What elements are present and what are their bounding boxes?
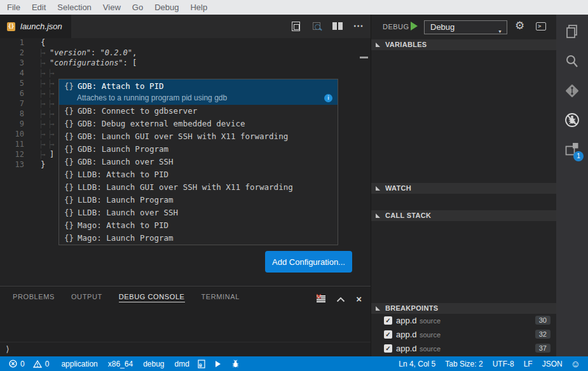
status-buildtype[interactable]: debug (143, 360, 164, 368)
panel-tab[interactable]: OUTPUT (71, 293, 102, 302)
suggest-item[interactable]: {}LLDB: Launch Program (59, 194, 338, 206)
suggest-item[interactable]: {}Mago: Attach to PID (59, 219, 338, 232)
line-number[interactable]: 12 (0, 150, 24, 159)
menu-item[interactable]: File (1, 0, 26, 15)
line-text[interactable]: →→ (41, 119, 58, 128)
line-text[interactable]: →] (41, 150, 54, 159)
run-icon[interactable] (215, 361, 221, 367)
info-icon[interactable]: i (324, 94, 332, 102)
section-watch[interactable]: WATCH (371, 183, 556, 194)
breakpoint-row[interactable]: ✓ app.d source 37 (371, 342, 556, 356)
debug-console-input[interactable]: ⟩ (0, 342, 371, 356)
suggest-item-selected[interactable]: {}GDB: Attach to PID Attaches to a runni… (59, 79, 338, 105)
line-number[interactable]: 11 (0, 140, 24, 149)
close-panel-icon[interactable]: × (356, 295, 362, 304)
cursor-position[interactable]: Ln 4, Col 5 (399, 360, 435, 368)
checkbox-checked-icon[interactable]: ✓ (384, 330, 392, 339)
suggest-item[interactable]: {}GDB: Debug external embedded device (59, 118, 338, 130)
line-number[interactable]: 7 (0, 99, 24, 108)
line-text[interactable]: →→ (41, 130, 58, 138)
line-text[interactable]: →→ (41, 99, 58, 108)
line-number[interactable]: 8 (0, 109, 24, 118)
breakpoint-row[interactable]: ✓ app.d source 30 (371, 314, 556, 328)
section-breakpoints[interactable]: BREAKPOINTS (371, 303, 556, 314)
search-icon[interactable] (564, 53, 580, 70)
menu-item[interactable]: Edit (26, 0, 51, 15)
section-variables[interactable]: VARIABLES (371, 39, 556, 50)
line-number[interactable]: 4 (0, 69, 24, 78)
breakpoint-row[interactable]: ✓ app.d source 32 (371, 328, 556, 342)
stripe (317, 301, 325, 302)
panel-tab[interactable]: TERMINAL (202, 293, 240, 302)
bug-icon[interactable] (231, 360, 240, 368)
checkbox-checked-icon[interactable]: ✓ (384, 316, 392, 325)
line-number[interactable]: 1 (0, 38, 24, 47)
menu-item[interactable]: Selection (51, 0, 97, 15)
tab-launch-json[interactable]: {} launch.json (0, 15, 71, 38)
encoding[interactable]: UTF-8 (493, 360, 514, 368)
line-text[interactable]: →→ (41, 69, 58, 78)
suggest-item[interactable]: {}GDB: Connect to gdbserver (59, 105, 338, 118)
line-number[interactable]: 3 (0, 58, 24, 67)
indentation[interactable]: Tab Size: 2 (445, 360, 482, 368)
line-number[interactable]: 2 (0, 48, 24, 57)
error-count[interactable]: 0 (20, 360, 25, 368)
panel-tab[interactable]: DEBUG CONSOLE (119, 293, 185, 302)
line-text[interactable]: →→ (41, 79, 58, 88)
line-text[interactable]: { (41, 38, 45, 47)
menu-item[interactable]: Help (184, 0, 213, 15)
language-mode[interactable]: JSON (542, 360, 563, 368)
checkbox-checked-icon[interactable]: ✓ (384, 344, 392, 353)
suggest-item[interactable]: {}GDB: Launch GUI over SSH with X11 forw… (59, 130, 338, 143)
status-compiler[interactable]: dmd (175, 360, 189, 368)
debug-config-select[interactable]: Debug ▼ (424, 20, 507, 34)
search-in-file-icon[interactable] (311, 20, 322, 32)
line-number[interactable]: 9 (0, 119, 24, 128)
line-text[interactable]: } (41, 160, 45, 169)
suggest-item[interactable]: {}Mago: Launch Program (59, 232, 338, 245)
line-text[interactable]: →"configurations": [ (41, 58, 137, 67)
panel-tab[interactable]: PROBLEMS (13, 293, 55, 302)
warnings-icon[interactable] (33, 360, 42, 368)
line-number[interactable]: 10 (0, 130, 24, 138)
debug-icon[interactable] (564, 112, 580, 128)
split-editor-icon[interactable] (332, 20, 343, 32)
line-text[interactable]: →→ (41, 140, 58, 149)
menu-item[interactable]: Debug (149, 0, 184, 15)
menu-item[interactable]: Go (126, 0, 149, 15)
start-debug-icon[interactable] (411, 22, 418, 30)
section-call-stack[interactable]: CALL STACK (371, 210, 556, 221)
more-actions-icon[interactable]: ⋯ (353, 20, 364, 32)
line-text[interactable]: →"version": "0.2.0", (41, 48, 137, 57)
suggest-item[interactable]: {}LLDB: Attach to PID (59, 168, 338, 181)
eol-sequence[interactable]: LF (524, 360, 533, 368)
snippet-icon: {} (64, 81, 74, 91)
menu-item[interactable]: View (97, 0, 126, 15)
line-text[interactable]: →→ (41, 109, 58, 118)
errors-icon[interactable] (9, 360, 17, 368)
add-configuration-button[interactable]: Add Configuration... (265, 251, 352, 273)
clear-console-icon[interactable]: ✕ (317, 295, 325, 304)
gear-icon[interactable]: ⚙ (515, 19, 524, 33)
warning-count[interactable]: 0 (45, 360, 50, 368)
status-application[interactable]: application (61, 360, 97, 368)
suggest-item[interactable]: {}GDB: Launch over SSH (59, 156, 338, 168)
dub-file-icon[interactable] (198, 360, 205, 368)
extensions-icon[interactable]: 1 (564, 141, 580, 158)
suggest-widget: {}GDB: Attach to PID Attaches to a runni… (58, 79, 338, 245)
explorer-icon[interactable] (564, 24, 580, 40)
maximize-panel-icon[interactable] (336, 293, 345, 305)
feedback-smiley-icon[interactable]: ☺ (571, 358, 580, 370)
open-preview-icon[interactable] (290, 20, 301, 32)
line-number[interactable]: 6 (0, 89, 24, 98)
line-number[interactable]: 13 (0, 160, 24, 169)
line-number[interactable]: 5 (0, 79, 24, 88)
status-arch[interactable]: x86_64 (108, 360, 133, 368)
source-control-icon[interactable] (564, 83, 580, 99)
open-debug-console-icon[interactable]: > (536, 22, 546, 30)
suggest-selected-description: Attaches to a running program pid using … (77, 93, 227, 104)
suggest-item[interactable]: {}LLDB: Launch over SSH (59, 206, 338, 219)
line-text[interactable]: →→ (41, 89, 58, 98)
suggest-item[interactable]: {}GDB: Launch Program (59, 143, 338, 156)
suggest-item[interactable]: {}LLDB: Launch GUI over SSH with X11 for… (59, 181, 338, 194)
